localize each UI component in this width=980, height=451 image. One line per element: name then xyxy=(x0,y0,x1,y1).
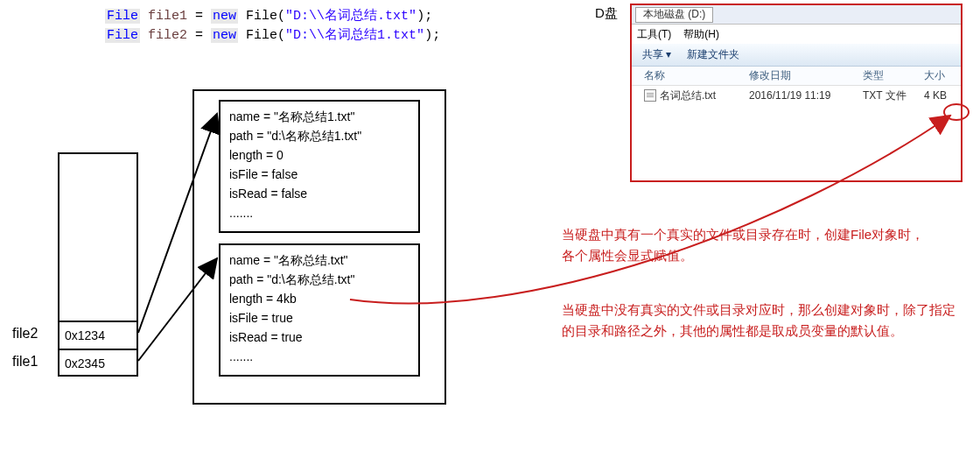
label-file2: file2 xyxy=(12,326,38,342)
obj-line: isRead = true xyxy=(229,328,410,347)
object-box-file2: name = "名称总结1.txt" path = "d:\名称总结1.txt"… xyxy=(219,100,420,233)
identifier-file2: file2 xyxy=(148,28,187,43)
explorer-row[interactable]: 名词总结.txt 2016/11/19 11:19 TXT 文件 4 KB xyxy=(632,86,961,105)
string-literal-2: "D:\\名词总结1.txt" xyxy=(285,28,424,43)
object-box-file1: name = "名称总结.txt" path = "d:\名称总结.txt" l… xyxy=(219,243,420,377)
address-field[interactable]: 本地磁盘 (D:) xyxy=(635,7,713,23)
file-name-cell: 名词总结.txt xyxy=(644,88,749,103)
class-file: File xyxy=(238,28,277,43)
drive-label: D盘 xyxy=(595,5,618,22)
file-name-text: 名词总结.txt xyxy=(660,88,716,103)
obj-line: name = "名称总结.txt" xyxy=(229,250,410,270)
code-line-2: File file2 = new File("D:\\名词总结1.txt"); xyxy=(105,26,440,46)
obj-line: path = "d:\名称总结.txt" xyxy=(229,270,410,289)
obj-line: isFile = true xyxy=(229,308,410,328)
code-line-1: File file1 = new File("D:\\名词总结.txt"); xyxy=(105,7,440,26)
equals-sign: = xyxy=(187,28,211,43)
equals-sign: = xyxy=(187,9,211,24)
obj-line: length = 4kb xyxy=(229,289,410,308)
stack-cell-file1: 0x2345 xyxy=(60,349,136,377)
explorer-address-bar: 本地磁盘 (D:) xyxy=(632,5,961,25)
code-snippet: File file1 = new File("D:\\名词总结.txt"); F… xyxy=(105,7,440,46)
label-file1: file1 xyxy=(12,354,38,370)
note-real-file: 当硬盘中真有一个真实的文件或目录存在时，创建File对象时，各个属性会显式赋值。 xyxy=(562,224,929,266)
obj-line: isRead = false xyxy=(229,184,410,203)
col-size[interactable]: 大小 xyxy=(924,68,968,83)
identifier-file1: file1 xyxy=(148,9,187,24)
obj-line: isFile = false xyxy=(229,165,410,184)
toolbar-new-folder[interactable]: 新建文件夹 xyxy=(687,47,739,62)
paren-open: ( xyxy=(277,28,285,43)
explorer-menu-bar: 工具(T) 帮助(H) xyxy=(632,25,961,44)
obj-line: ....... xyxy=(229,203,410,222)
file-date-cell: 2016/11/19 11:19 xyxy=(749,89,863,102)
obj-line: length = 0 xyxy=(229,145,410,165)
stack-memory-box: 0x1234 0x2345 xyxy=(58,152,138,377)
obj-line: name = "名称总结1.txt" xyxy=(229,107,410,126)
keyword-file: File xyxy=(105,9,140,24)
col-date[interactable]: 修改日期 xyxy=(749,68,863,83)
obj-line: ....... xyxy=(229,347,410,366)
col-name[interactable]: 名称 xyxy=(644,68,749,83)
class-file: File xyxy=(238,9,277,24)
explorer-column-headers: 名称 修改日期 类型 大小 xyxy=(632,67,961,86)
file-size-cell: 4 KB xyxy=(924,89,968,102)
col-type[interactable]: 类型 xyxy=(863,68,924,83)
string-literal-1: "D:\\名词总结.txt" xyxy=(285,9,416,24)
menu-help[interactable]: 帮助(H) xyxy=(683,27,719,42)
toolbar-share[interactable]: 共享 ▾ xyxy=(642,47,671,62)
keyword-new: new xyxy=(211,28,238,43)
paren-close-semi: ); xyxy=(424,28,440,43)
stack-cell-file2: 0x1234 xyxy=(60,321,136,349)
keyword-new: new xyxy=(211,9,238,24)
explorer-window: 本地磁盘 (D:) 工具(T) 帮助(H) 共享 ▾ 新建文件夹 名称 修改日期… xyxy=(630,4,962,182)
paren-open: ( xyxy=(277,9,285,24)
txt-file-icon xyxy=(644,89,656,102)
keyword-file: File xyxy=(105,28,140,43)
menu-tools[interactable]: 工具(T) xyxy=(637,27,671,42)
obj-line: path = "d:\名称总结1.txt" xyxy=(229,126,410,145)
file-type-cell: TXT 文件 xyxy=(863,88,924,103)
note-no-real-file: 当硬盘中没有真实的文件或目录对应时，那么创建对象时，除了指定的目录和路径之外，其… xyxy=(562,299,964,342)
explorer-toolbar: 共享 ▾ 新建文件夹 xyxy=(632,44,961,67)
paren-close-semi: ); xyxy=(416,9,432,24)
